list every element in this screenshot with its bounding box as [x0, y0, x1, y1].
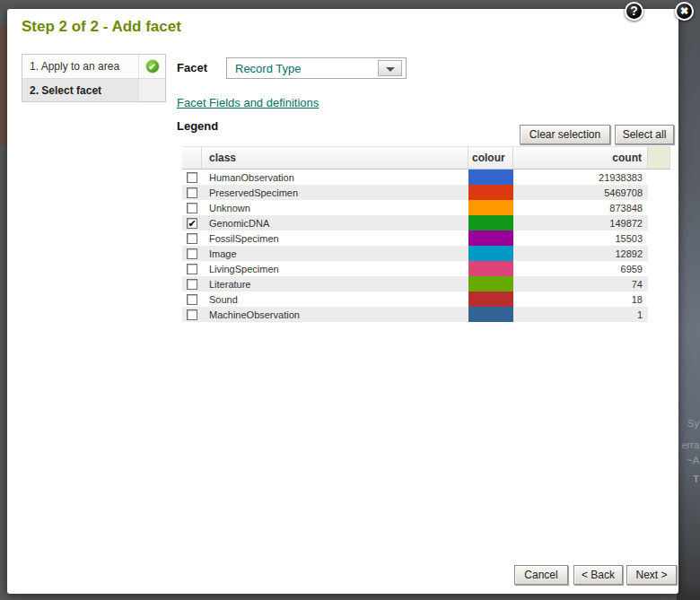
row-colour-swatch	[468, 307, 513, 322]
legend-table-row[interactable]: LivingSpecimen 6959	[182, 261, 648, 276]
row-class: MachineObservation	[202, 307, 468, 322]
cancel-button[interactable]: Cancel	[514, 565, 568, 585]
dimmed-background-map: Syerra~AT	[677, 0, 700, 600]
step-apply-to-area[interactable]: 1. Apply to an area ✔	[22, 55, 165, 78]
close-button[interactable]: ✖	[675, 2, 694, 21]
row-class: FossilSpecimen	[202, 230, 468, 246]
row-colour-swatch	[468, 215, 513, 230]
step-done-icon: ✔	[145, 59, 160, 74]
row-count: 149872	[513, 215, 648, 230]
row-colour-swatch	[468, 200, 513, 215]
row-class: PreservedSpecimen	[202, 185, 468, 200]
row-colour-swatch	[468, 185, 513, 200]
legend-table-row[interactable]: MachineObservation 1	[182, 307, 648, 322]
row-colour-swatch	[468, 291, 513, 307]
row-checkbox[interactable]	[187, 294, 197, 305]
back-button[interactable]: < Back	[573, 565, 623, 585]
row-count: 5469708	[513, 185, 648, 200]
row-colour-swatch	[468, 261, 513, 276]
row-checkbox[interactable]	[187, 248, 197, 259]
dimmed-text-fragment: T	[693, 474, 699, 484]
facet-select[interactable]: Record Type	[226, 57, 407, 79]
facet-dropdown-button[interactable]	[378, 60, 402, 76]
legend-table-body: HumanObservation 21938383 PreservedSpeci…	[182, 170, 648, 322]
row-checkbox[interactable]	[187, 187, 197, 198]
row-class: HumanObservation	[202, 170, 468, 185]
legend-table-row[interactable]: Literature 74	[182, 276, 648, 291]
header-count: count	[513, 147, 648, 169]
row-count: 18	[513, 291, 648, 307]
legend-table-row[interactable]: ✔ GenomicDNA 149872	[182, 215, 648, 230]
legend-table-row[interactable]: Image 12892	[182, 246, 648, 261]
legend-table-row[interactable]: FossilSpecimen 15503	[182, 230, 648, 246]
row-class: Literature	[202, 276, 468, 291]
row-checkbox[interactable]	[187, 279, 197, 290]
row-colour-swatch	[468, 170, 513, 185]
row-class: Unknown	[202, 200, 468, 215]
legend-table: class colour count HumanObservation 2193…	[182, 146, 670, 322]
row-checkbox[interactable]	[187, 264, 197, 274]
step-label: 1. Apply to an area	[22, 60, 138, 73]
facet-field-label: Facet	[177, 61, 207, 74]
header-colour: colour	[468, 147, 513, 169]
next-button[interactable]: Next >	[626, 565, 677, 585]
row-class: LivingSpecimen	[202, 261, 468, 276]
dimmed-text-fragment: Sy	[687, 418, 699, 429]
row-checkbox[interactable]	[187, 172, 197, 183]
legend-table-row[interactable]: Unknown 873848	[182, 200, 648, 215]
row-count: 12892	[513, 246, 648, 261]
header-spacer-cell	[648, 147, 670, 169]
chevron-down-icon	[386, 67, 395, 72]
facet-selected-value: Record Type	[235, 62, 301, 75]
help-button[interactable]: ?	[625, 2, 643, 21]
header-class: class	[202, 147, 468, 169]
select-all-button[interactable]: Select all	[615, 125, 674, 144]
close-icon: ✖	[680, 5, 688, 16]
row-checkbox[interactable]	[187, 203, 197, 213]
clear-selection-button[interactable]: Clear selection	[520, 125, 610, 144]
row-colour-swatch	[468, 230, 513, 246]
row-count: 873848	[513, 200, 648, 215]
facet-fields-link[interactable]: Facet Fields and definitions	[177, 96, 319, 109]
row-count: 6959	[513, 261, 648, 276]
row-count: 1	[513, 307, 648, 322]
row-checkbox[interactable]	[187, 233, 197, 244]
row-colour-swatch	[468, 276, 513, 291]
legend-table-row[interactable]: PreservedSpecimen 5469708	[182, 185, 648, 200]
row-count: 15503	[513, 230, 648, 246]
row-colour-swatch	[468, 246, 513, 261]
page-overlay: Syerra~AT Step 2 of 2 - Add facet 1. App…	[0, 0, 700, 600]
legend-table-row[interactable]: HumanObservation 21938383	[182, 170, 648, 185]
legend-table-row[interactable]: Sound 18	[182, 291, 648, 307]
row-count: 21938383	[513, 170, 648, 185]
add-facet-dialog: Step 2 of 2 - Add facet 1. Apply to an a…	[7, 9, 678, 594]
dimmed-text-fragment: erra	[681, 439, 699, 450]
header-checkbox-column	[182, 147, 202, 169]
row-class: Image	[202, 246, 468, 261]
row-checkbox[interactable]	[187, 309, 197, 320]
row-class: Sound	[202, 291, 468, 307]
help-icon: ?	[630, 4, 638, 18]
row-count: 74	[513, 276, 648, 291]
dialog-title: Step 2 of 2 - Add facet	[22, 18, 181, 36]
step-select-facet[interactable]: 2. Select facet	[22, 78, 165, 101]
step-label: 2. Select facet	[22, 84, 138, 97]
dimmed-text-fragment: ~A	[687, 455, 699, 465]
dimmed-background-patch	[0, 25, 7, 146]
row-checkbox[interactable]: ✔	[187, 218, 197, 229]
legend-table-header: class colour count	[182, 146, 670, 170]
wizard-steps: 1. Apply to an area ✔ 2. Select facet	[22, 54, 166, 102]
row-class: GenomicDNA	[202, 215, 468, 230]
legend-heading: Legend	[177, 119, 218, 133]
